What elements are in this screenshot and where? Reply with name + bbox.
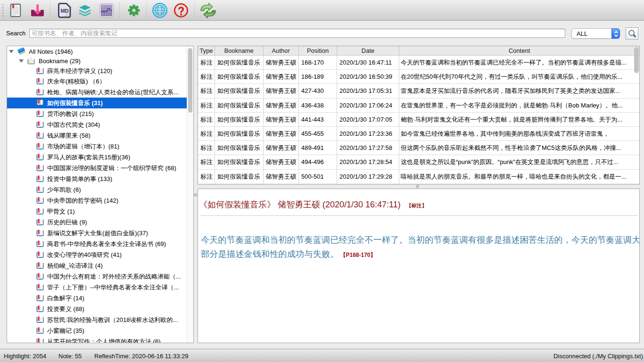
sidebar-tree: All Notes (1946)Bookname (29)薛兆丰经济学讲义 (1… — [7, 46, 194, 343]
book-icon — [36, 186, 44, 193]
book-icon — [36, 327, 44, 334]
horizontal-splitter-handle[interactable] — [416, 185, 419, 188]
sidebar-item-book[interactable]: 少年凯歌 (6) — [7, 185, 187, 195]
table-row[interactable]: 标注如何假装懂音乐储智勇王硕455-4552020/1/30 17:23:36如… — [198, 127, 639, 141]
sidebar-item-book[interactable]: 改变心理学的40项研究 (41) — [7, 250, 187, 260]
sync-button[interactable] — [200, 0, 216, 21]
table-cell: 2020/1/30 17:23:36 — [337, 127, 399, 141]
tree-item-label: 市场的逻辑（增订本）(81) — [47, 141, 119, 151]
table-cell: 500-501 — [299, 170, 337, 184]
tree-expand-caret-icon[interactable] — [9, 50, 14, 53]
sidebar-item-book[interactable]: 历史的巨镜 (9) — [7, 217, 187, 227]
tree-expand-caret-icon[interactable] — [19, 59, 24, 63]
batch-button[interactable] — [78, 0, 92, 21]
sidebar-scrollbar[interactable] — [187, 46, 193, 343]
tree-item-label: 少年凯歌 (6) — [47, 185, 81, 195]
sidebar-item-book[interactable]: 中央帝国的哲学密码 (142) — [7, 196, 187, 206]
table-row[interactable]: 标注如何假装懂音乐储智勇王硕494-4962020/1/30 17:28:54这… — [198, 155, 639, 169]
tree-item-label: 从零开始学写作：个人增值的有效方法 (6) — [47, 337, 161, 343]
sidebar-item-group[interactable]: Bookname (29) — [7, 56, 187, 66]
table-column-header[interactable]: Position — [299, 46, 337, 56]
table-cell: 标注 — [198, 70, 215, 84]
status-reflesh-time: RefleshTime: 2020-06-16 11:33:29 — [94, 353, 188, 360]
sidebar-item-book[interactable]: 枪炮、病菌与钢铁:人类社会的命运(世纪人文系... — [7, 87, 187, 97]
sidebar-item-book[interactable]: 货币的教训 (215) — [7, 109, 187, 119]
toolbar-separator — [50, 3, 50, 18]
notes-button[interactable] — [8, 0, 23, 21]
markdown-file-icon: MD — [57, 2, 72, 19]
table-row[interactable]: 标注如何假装懂音乐储智勇王硕427-4302020/1/30 17:05:31雷… — [198, 84, 639, 98]
sidebar-item-book[interactable]: 商君书-中华经典名著全本全注全译丛书 (69) — [7, 239, 187, 249]
detail-title: 《如何假装懂音乐》 储智勇王硕 (2020/1/30 16:47:11)【标注】 — [199, 199, 637, 210]
table-column-header[interactable]: Date — [337, 46, 399, 56]
search-input[interactable] — [29, 29, 565, 38]
sidebar-item-book[interactable]: 杨伯峻_论语译注 (4) — [7, 261, 187, 271]
sidebar-item-book[interactable]: 新编说文解字大全集(超值白金版)(37) — [7, 228, 187, 238]
import-button[interactable] — [29, 0, 45, 21]
sidebar-item-book[interactable]: 钱从哪里来 (58) — [7, 131, 187, 140]
sidebar-item-book[interactable]: 白鱼解字 (14) — [7, 293, 187, 303]
table-row[interactable]: 标注如何假装懂音乐储智勇王硕489-4912020/1/30 17:27:58但… — [198, 141, 639, 155]
detail-divider — [200, 215, 638, 216]
vertical-splitter-handle[interactable] — [194, 193, 197, 197]
export-markdown-button[interactable]: MD — [57, 0, 72, 21]
sidebar-item-book[interactable]: 罗马人的故事(套装共15册)(36) — [7, 152, 187, 162]
sidebar-item-root[interactable]: All Notes (1946) — [7, 47, 187, 57]
table-column-header[interactable]: Type — [198, 46, 215, 56]
statistics-button[interactable] — [99, 0, 114, 21]
sidebar-item-book[interactable]: 从零开始学写作：个人增值的有效方法 (6) — [7, 337, 187, 343]
table-cell: 441-443 — [299, 113, 337, 127]
table-column-header[interactable]: Content — [399, 46, 639, 56]
table-cell: 储智勇王硕 — [264, 170, 299, 184]
table-cell: 标注 — [198, 170, 215, 184]
filter-select[interactable]: ALL — [571, 28, 620, 39]
help-button[interactable] — [173, 0, 190, 21]
table-cell — [337, 184, 399, 185]
table-row[interactable]: 标注如何假装懂音乐储智勇王硕500-5012020/1/30 17:29:28嘻… — [198, 170, 639, 184]
table-column-header[interactable]: Bookname — [215, 46, 264, 56]
language-button[interactable] — [152, 0, 168, 21]
table-row[interactable]: 标注如何假装懂音乐储智勇王硕186-1892020/1/30 16:50:39在… — [198, 70, 639, 84]
sidebar-item-book[interactable]: 中国古代简史 (304) — [7, 120, 187, 130]
sidebar-item-book[interactable]: 薛兆丰经济学讲义 (120) — [7, 66, 187, 76]
detail-title-text: 《如何假装懂音乐》 储智勇王硕 (2020/1/30 16:47:11) — [199, 200, 401, 209]
sidebar-item-book[interactable]: 中国为什么有前途：对外经济关系的战略潜能（... — [7, 272, 187, 281]
toolbar-drag-dots — [2, 4, 3, 17]
book-icon — [17, 48, 26, 55]
tree-item-label: 管子（上下册）--中华经典名著全本全注全译（... — [47, 282, 179, 292]
book-icon — [36, 143, 44, 150]
sync-icon — [200, 3, 216, 18]
table-column-header[interactable]: Author — [264, 46, 299, 56]
search-row: Search ALL — [0, 21, 644, 45]
sidebar-item-book[interactable]: 中国国家治理的制度逻辑：一个组织学研究 (68) — [7, 163, 187, 173]
table-row[interactable] — [198, 184, 639, 185]
sidebar-item-book[interactable]: 甲骨文 (1) — [7, 206, 187, 216]
settings-button[interactable] — [127, 0, 141, 21]
table-row[interactable]: 标注如何假装懂音乐储智勇王硕436-4382020/1/30 17:06:24在… — [198, 99, 639, 113]
sidebar-item-book[interactable]: 管子（上下册）--中华经典名著全本全注全译（... — [7, 282, 187, 292]
detail-content-line: 部分是描述金钱和性的成功与失败。【P168-170】 — [201, 247, 640, 262]
search-button[interactable] — [626, 27, 638, 40]
sidebar-item-book[interactable]: 投资要义 (88) — [7, 304, 187, 314]
book-icon — [36, 305, 44, 313]
book-icon — [36, 110, 44, 117]
sidebar-item-book[interactable]: 苏世民:我的经验与教训（2018读桥水达利欧的... — [7, 315, 187, 325]
table-row[interactable]: 标注如何假装懂音乐储智勇王硕168-1702020/1/30 16:47:11今… — [198, 56, 639, 70]
status-note-count: Note: 55 — [58, 353, 82, 360]
table-cell: 储智勇王硕 — [264, 84, 299, 98]
sidebar-scrollbar-thumb[interactable] — [188, 48, 192, 113]
table-cell — [215, 184, 264, 185]
table-row[interactable]: 标注如何假装懂音乐储智勇王硕441-4432020/1/30 17:07:05鲍… — [198, 113, 639, 127]
sidebar-item-book[interactable]: 投资中最简单的事 (133) — [7, 174, 187, 184]
table-cell: 455-455 — [299, 127, 337, 141]
sidebar-item-book[interactable]: 市场的逻辑（增订本）(81) — [7, 141, 187, 151]
notes-icon — [10, 3, 21, 17]
sidebar-item-book[interactable]: 小窗幽记 (35) — [7, 326, 187, 336]
table-cell: 标注 — [198, 99, 215, 113]
sidebar-item-book[interactable]: 庆余年(精校版) （6） — [7, 76, 187, 86]
tree-item-label: 白鱼解字 (14) — [47, 293, 84, 303]
table-scrollbar-thumb[interactable] — [634, 47, 639, 73]
sidebar-item-book[interactable]: 如何假装懂音乐 (31) — [7, 98, 187, 108]
table-cell: 但这两个乐队的音乐听起来截然不同，性手枪沿袭了MC5这类乐队的风格，冲撞... — [399, 141, 639, 155]
book-icon — [36, 165, 44, 172]
